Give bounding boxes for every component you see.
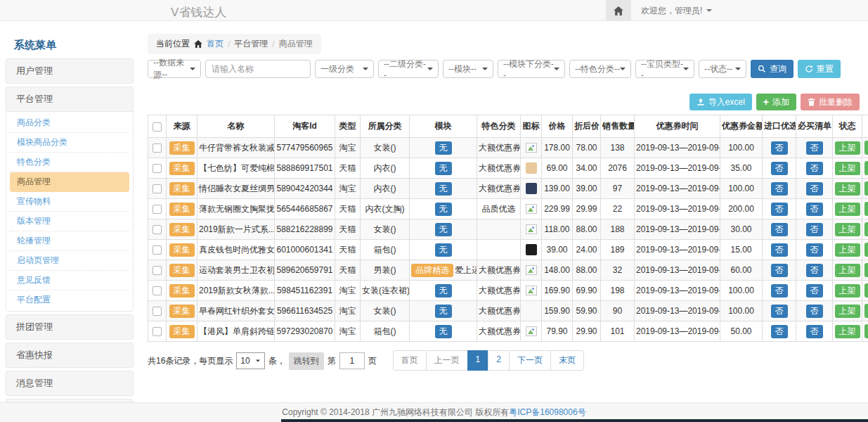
import-excel-button[interactable]: 导入excel (689, 94, 752, 110)
jump-page-input[interactable] (339, 352, 365, 369)
status-badge[interactable]: 上架 (835, 305, 860, 318)
breadcrumb-home-link[interactable]: 首页 (207, 38, 224, 50)
row-checkbox[interactable] (153, 307, 162, 316)
filter-select-module-sub[interactable]: --模块下分类-- (498, 60, 565, 78)
must-buy-toggle[interactable]: 否 (806, 223, 823, 236)
status-badge[interactable]: 上架 (835, 223, 860, 236)
edit-button[interactable] (864, 202, 868, 216)
sidebar-item-省惠快报[interactable]: 省惠快报 (6, 343, 133, 367)
edit-button[interactable] (864, 222, 868, 236)
sidebar-item-消息管理[interactable]: 消息管理 (6, 371, 133, 395)
row-checkbox[interactable] (153, 184, 162, 193)
sidebar-subitem-宣传物料[interactable]: 宣传物料 (10, 192, 129, 212)
name-search-input[interactable] (205, 60, 311, 78)
sidebar-subitem-意见反馈[interactable]: 意见反馈 (10, 271, 129, 290)
must-buy-toggle[interactable]: 否 (806, 325, 823, 338)
source-badge: 采集 (169, 305, 195, 318)
must-buy-toggle[interactable]: 否 (806, 305, 823, 318)
filter-select-item-type[interactable]: --宝贝类型-- (635, 60, 694, 78)
icp-link[interactable]: 粤ICP备16098006号 (509, 407, 585, 418)
row-checkbox[interactable] (153, 266, 162, 275)
must-buy-toggle[interactable]: 否 (806, 141, 823, 155)
edit-button[interactable] (864, 304, 868, 318)
per-page-select[interactable]: 10 (236, 352, 264, 369)
row-checkbox[interactable] (153, 143, 162, 153)
imported-toggle[interactable]: 否 (771, 305, 788, 318)
sidebar-item-平台管理[interactable]: 平台管理 (6, 87, 133, 111)
sidebar-item-拼团管理[interactable]: 拼团管理 (6, 315, 133, 339)
edit-button[interactable] (864, 243, 868, 257)
row-checkbox[interactable] (153, 245, 162, 255)
imported-toggle[interactable]: 否 (771, 141, 788, 155)
sidebar-subitem-启动页管理[interactable]: 启动页管理 (10, 251, 129, 271)
edit-button[interactable] (864, 283, 868, 298)
sidebar-subitem-模块商品分类[interactable]: 模块商品分类 (10, 133, 129, 153)
edit-button[interactable] (864, 161, 868, 175)
sidebar-subitem-版本管理[interactable]: 版本管理 (10, 212, 129, 231)
imported-toggle[interactable]: 否 (771, 223, 788, 236)
filter-select-source[interactable]: --数据来源-- (148, 60, 201, 78)
must-buy-toggle[interactable]: 否 (806, 264, 823, 277)
page-button-2[interactable]: 2 (488, 350, 510, 371)
must-buy-toggle[interactable]: 否 (806, 243, 823, 257)
sidebar-item-用户管理[interactable]: 用户管理 (6, 59, 133, 83)
sidebar-subitem-商品管理[interactable]: 商品管理 (10, 172, 129, 192)
edit-button[interactable] (864, 324, 868, 338)
must-buy-toggle[interactable]: 否 (806, 284, 823, 298)
sidebar-subitem-轮播管理[interactable]: 轮播管理 (10, 231, 129, 251)
filter-select-cat2[interactable]: --二级分类-- (378, 60, 439, 78)
search-button[interactable]: 查询 (751, 60, 793, 78)
page-button-首页[interactable]: 首页 (393, 350, 427, 371)
page-button-1[interactable]: 1 (467, 350, 489, 371)
status-badge[interactable]: 上架 (835, 243, 860, 257)
user-menu[interactable]: 欢迎您，管理员! (631, 5, 722, 17)
sidebar-subitem-平台配置[interactable]: 平台配置 (10, 290, 129, 309)
sidebar-subitem-特色分类[interactable]: 特色分类 (10, 153, 129, 172)
jump-button[interactable]: 跳转到 (289, 352, 324, 370)
home-button[interactable] (606, 0, 631, 21)
imported-toggle[interactable]: 否 (771, 243, 788, 257)
add-button[interactable]: + 添加 (756, 94, 796, 110)
imported-toggle[interactable]: 否 (771, 162, 788, 175)
filter-select-status[interactable]: --状态-- (699, 60, 746, 78)
status-badge[interactable]: 上架 (835, 162, 860, 175)
ops-cell (862, 179, 868, 199)
must-buy-toggle[interactable]: 否 (806, 182, 823, 196)
imported-toggle[interactable]: 否 (771, 284, 788, 298)
page-button-末页[interactable]: 末页 (550, 350, 584, 371)
row-checkbox[interactable] (153, 327, 162, 336)
status-badge[interactable]: 上架 (835, 325, 860, 338)
row-checkbox[interactable] (153, 164, 162, 173)
edit-button[interactable] (864, 181, 868, 196)
must-buy-toggle[interactable]: 否 (806, 162, 823, 175)
select-all-checkbox[interactable] (153, 122, 162, 132)
sidebar-subitem-商品分类[interactable]: 商品分类 (10, 113, 129, 133)
row-checkbox[interactable] (153, 286, 162, 295)
filter-select-cat1[interactable]: 一级分类 (315, 60, 374, 78)
imported-toggle[interactable]: 否 (771, 182, 788, 196)
feature-category: 大额优惠券 (477, 301, 521, 321)
imported-toggle[interactable]: 否 (771, 325, 788, 338)
row-checkbox[interactable] (153, 205, 162, 214)
filter-select-feature[interactable]: --特色分类-- (569, 60, 631, 78)
must-buy-toggle[interactable]: 否 (806, 203, 823, 216)
filter-select-module[interactable]: --模块-- (443, 60, 493, 78)
edit-button[interactable] (864, 263, 868, 277)
col-header-taoke-id: 淘客Id (275, 115, 335, 138)
imported-toggle[interactable]: 否 (771, 203, 788, 216)
status-badge[interactable]: 上架 (835, 141, 860, 155)
page-button-下一页[interactable]: 下一页 (509, 350, 551, 371)
reset-button[interactable]: 重置 (798, 60, 841, 78)
status-badge[interactable]: 上架 (835, 182, 860, 196)
sales-count: 101 (601, 321, 635, 342)
status-badge[interactable]: 上架 (835, 203, 860, 216)
imported-toggle[interactable]: 否 (771, 264, 788, 277)
batch-delete-button[interactable]: 批量删除 (801, 94, 860, 110)
status-badge[interactable]: 上架 (835, 284, 860, 298)
product-category: 女装() (361, 138, 410, 158)
row-checkbox[interactable] (153, 225, 162, 234)
edit-button[interactable] (864, 141, 868, 155)
status-badge[interactable]: 上架 (835, 264, 860, 277)
col-header-price: 价格 (542, 115, 573, 138)
page-button-上一页[interactable]: 上一页 (426, 350, 468, 371)
